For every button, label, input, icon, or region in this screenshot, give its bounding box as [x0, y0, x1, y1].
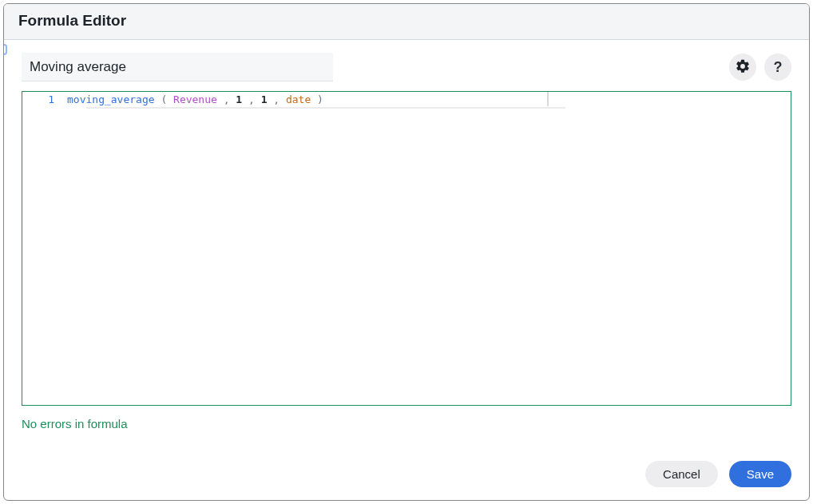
settings-button[interactable] — [729, 54, 756, 81]
toolbar: ? — [4, 40, 809, 91]
formula-editor-modal: Formula Editor ? 1 moving_average ( Reve… — [3, 3, 810, 501]
code-editor[interactable]: 1 moving_average ( Revenue , 1 , 1 , dat… — [22, 91, 791, 406]
token-arg-revenue: Revenue — [167, 93, 217, 105]
split-handle[interactable] — [547, 92, 549, 106]
help-button[interactable]: ? — [764, 54, 791, 81]
formula-name-input[interactable] — [22, 53, 333, 81]
code-content[interactable]: moving_average ( Revenue , 1 , 1 , date … — [67, 92, 791, 108]
status-message: No errors in formula — [4, 406, 809, 437]
decorative-arc — [4, 44, 7, 55]
token-open-paren: ( — [155, 93, 168, 105]
token-comma: , — [267, 93, 280, 105]
footer: Cancel Save — [4, 437, 809, 500]
token-comma: , — [217, 93, 230, 105]
question-icon: ? — [774, 59, 783, 76]
cancel-button[interactable]: Cancel — [645, 461, 718, 487]
selection-underline — [86, 107, 565, 109]
line-number: 1 — [22, 92, 67, 108]
token-close-paren: ) — [311, 93, 323, 105]
token-arg-num2: 1 — [255, 93, 268, 105]
toolbar-icons: ? — [729, 54, 791, 81]
token-comma: , — [242, 93, 255, 105]
modal-header: Formula Editor — [4, 4, 809, 40]
token-arg-num1: 1 — [230, 93, 243, 105]
token-function: moving_average — [67, 93, 155, 105]
gear-icon — [735, 58, 751, 77]
token-arg-date: date — [280, 93, 311, 105]
save-button[interactable]: Save — [729, 461, 791, 487]
code-line[interactable]: 1 moving_average ( Revenue , 1 , 1 , dat… — [22, 92, 791, 108]
modal-title: Formula Editor — [18, 12, 795, 30]
